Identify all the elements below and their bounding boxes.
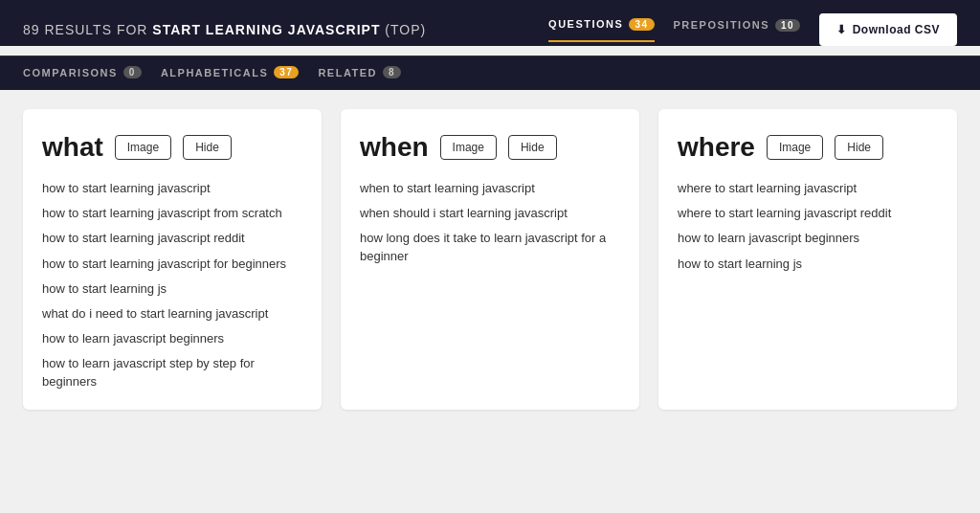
sub-nav-related-badge: 8	[383, 66, 401, 78]
card-what-title: what	[42, 132, 103, 163]
card-when-title: when	[360, 132, 429, 163]
sub-nav-alphabeticals-label: ALPHABETICALS	[161, 67, 268, 78]
sub-nav-related-label: RELATED	[318, 67, 377, 78]
list-item: how to start learning javascript from sc…	[42, 205, 302, 222]
list-item: what do i need to start learning javascr…	[42, 305, 302, 323]
download-label: Download CSV	[853, 23, 940, 36]
card-what: whatImageHidehow to start learning javas…	[23, 109, 322, 410]
card-where-hide-button[interactable]: Hide	[835, 135, 883, 160]
card-when-items: when to start learning javascriptwhen sh…	[360, 180, 620, 265]
cards-grid: whatImageHidehow to start learning javas…	[23, 109, 957, 410]
header-top: 89 RESULTS FOR START LEARNING JAVASCRIPT…	[23, 13, 957, 46]
tab-prepositions[interactable]: PREPOSITIONS 10	[674, 19, 801, 41]
header: 89 RESULTS FOR START LEARNING JAVASCRIPT…	[0, 0, 980, 46]
header-title: 89 RESULTS FOR START LEARNING JAVASCRIPT…	[23, 22, 426, 37]
main-content: whatImageHidehow to start learning javas…	[0, 90, 980, 429]
search-term: START LEARNING JAVASCRIPT	[152, 22, 380, 37]
list-item: where to start learning javascript	[678, 180, 938, 197]
tab-prepositions-label: PREPOSITIONS	[674, 19, 770, 31]
list-item: how to learn javascript beginners	[678, 230, 938, 247]
list-item: how to start learning javascript	[42, 180, 302, 197]
sub-nav-comparisons[interactable]: COMPARISONS 0	[23, 66, 142, 78]
card-where-image-button[interactable]: Image	[767, 135, 823, 160]
card-when-hide-button[interactable]: Hide	[508, 135, 557, 160]
card-what-items: how to start learning javascripthow to s…	[42, 180, 302, 390]
results-prefix: 89 RESULTS FOR	[23, 22, 152, 37]
card-where-title: where	[678, 132, 755, 163]
sub-nav-comparisons-label: COMPARISONS	[23, 67, 118, 78]
card-what-header: whatImageHide	[42, 132, 302, 163]
list-item: where to start learning javascript reddi…	[678, 205, 938, 222]
tab-questions[interactable]: QUESTIONS 34	[548, 18, 654, 42]
list-item: how to start learning javascript for beg…	[42, 256, 302, 273]
list-item: how to learn javascript step by step for…	[42, 355, 302, 390]
list-item: how to learn javascript beginners	[42, 330, 302, 347]
results-suffix: (TOP)	[380, 22, 426, 37]
card-where: whereImageHidewhere to start learning ja…	[658, 109, 957, 410]
download-icon: ⬇	[836, 23, 847, 36]
tab-questions-label: QUESTIONS	[548, 18, 623, 30]
card-what-image-button[interactable]: Image	[115, 135, 171, 160]
download-csv-button[interactable]: ⬇ Download CSV	[819, 13, 957, 46]
card-when-image-button[interactable]: Image	[440, 135, 497, 160]
tab-questions-badge: 34	[629, 18, 654, 31]
card-what-hide-button[interactable]: Hide	[183, 135, 232, 160]
sub-nav-alphabeticals[interactable]: ALPHABETICALS 37	[161, 66, 300, 78]
card-when-header: whenImageHide	[360, 132, 620, 163]
sub-nav-related[interactable]: RELATED 8	[318, 66, 401, 78]
list-item: how to start learning js	[678, 256, 938, 273]
sub-nav-comparisons-badge: 0	[123, 66, 142, 78]
card-where-header: whereImageHide	[678, 132, 938, 163]
list-item: when to start learning javascript	[360, 180, 620, 197]
sub-nav-alphabeticals-badge: 37	[274, 66, 299, 78]
list-item: how to start learning js	[42, 280, 302, 298]
list-item: when should i start learning javascript	[360, 205, 620, 222]
card-when: whenImageHidewhen to start learning java…	[341, 109, 639, 410]
header-nav: QUESTIONS 34 PREPOSITIONS 10	[548, 18, 800, 42]
sub-nav: COMPARISONS 0 ALPHABETICALS 37 RELATED 8	[0, 56, 980, 90]
list-item: how long does it take to learn javascrip…	[360, 230, 620, 264]
card-where-items: where to start learning javascriptwhere …	[678, 180, 938, 273]
header-right: QUESTIONS 34 PREPOSITIONS 10 ⬇ Download …	[548, 13, 957, 46]
tab-prepositions-badge: 10	[775, 19, 800, 32]
list-item: how to start learning javascript reddit	[42, 230, 302, 247]
